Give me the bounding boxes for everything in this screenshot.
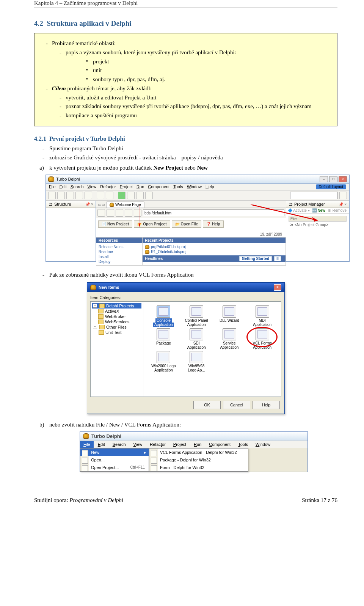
toolbar-icon[interactable] bbox=[136, 192, 144, 199]
tree-node[interactable]: ActiveX bbox=[92, 309, 141, 314]
search-icon[interactable] bbox=[339, 192, 347, 199]
menu-view[interactable]: View bbox=[88, 184, 97, 189]
close-icon[interactable]: × bbox=[339, 176, 347, 182]
toolbar-icon[interactable] bbox=[57, 192, 65, 199]
toolbar-icon[interactable] bbox=[106, 192, 113, 199]
menu-file[interactable]: File bbox=[80, 441, 94, 448]
toolbar-icon[interactable] bbox=[48, 192, 56, 199]
menu-edit[interactable]: Edit bbox=[94, 441, 108, 448]
menu-window[interactable]: Window bbox=[252, 441, 274, 448]
pm-remove[interactable]: 🗑 Remove bbox=[328, 208, 347, 212]
toolbar-icon[interactable] bbox=[97, 192, 104, 199]
item-win9598-logo-app[interactable]: Win95/98Logo Ap... bbox=[180, 351, 213, 372]
layout-selector[interactable]: Default Layout bbox=[316, 184, 347, 189]
menu-file[interactable]: File bbox=[49, 184, 56, 189]
ide-toolbar bbox=[46, 190, 349, 201]
ide-menubar[interactable]: File Edit Search View Refactor Project R… bbox=[46, 184, 349, 190]
link[interactable]: Deploy bbox=[99, 259, 140, 264]
stop-icon[interactable] bbox=[116, 209, 123, 217]
control-icon[interactable]: ⏸ bbox=[274, 256, 281, 261]
new-project-button[interactable]: 📄 New Project bbox=[98, 220, 132, 228]
menu-window[interactable]: Window bbox=[187, 184, 202, 189]
menu-refactor[interactable]: Refactor bbox=[100, 184, 116, 189]
item-package[interactable]: Package bbox=[147, 328, 180, 349]
item-service-app[interactable]: ServiceApplication bbox=[213, 328, 246, 349]
forward-icon[interactable] bbox=[107, 209, 114, 217]
menu-item-open[interactable]: Open... bbox=[80, 456, 149, 464]
delphi-logo-icon bbox=[48, 176, 54, 182]
item-win2000-logo-app[interactable]: Win2000 LogoApplication bbox=[147, 351, 180, 372]
open-project-button[interactable]: 📂 Open Project bbox=[134, 220, 170, 228]
menu-edit[interactable]: Edit bbox=[60, 184, 67, 189]
menubar[interactable]: File Edit Search View Refactor Project R… bbox=[80, 441, 308, 448]
menu-view[interactable]: View bbox=[130, 441, 146, 448]
category-tree[interactable]: −Delphi Projects ActiveX WebBroker WebSe… bbox=[91, 302, 143, 397]
item-vcl-forms-app[interactable]: VCL FormsApplication bbox=[246, 328, 279, 349]
menu-component[interactable]: Component bbox=[206, 441, 234, 448]
pm-new-button[interactable]: 🆕 New bbox=[312, 208, 325, 212]
menu-project[interactable]: Project bbox=[170, 441, 190, 448]
menu-refactor[interactable]: Refactor bbox=[146, 441, 169, 448]
tree-node[interactable]: WebServices bbox=[92, 319, 141, 324]
menu-search[interactable]: Search bbox=[71, 184, 84, 189]
close-icon[interactable]: × bbox=[274, 284, 281, 291]
help-button[interactable]: Help bbox=[253, 401, 280, 409]
help-button[interactable]: ❓ Help bbox=[203, 220, 224, 228]
list-item-a: k vytvoření projektu je možno použít tla… bbox=[49, 164, 337, 172]
pause-icon[interactable] bbox=[127, 192, 135, 199]
pm-project-group[interactable]: 🗂<No Project Group> bbox=[289, 222, 347, 228]
link[interactable]: Release Notes bbox=[99, 244, 140, 249]
welcome-toolbar: 📄 New Project 📂 Open Project 📂 Open File… bbox=[96, 218, 286, 228]
menu-item-vcl-forms-app[interactable]: VCL Forms Application - Delphi for Win32 bbox=[149, 449, 248, 456]
item-control-panel-app[interactable]: Control PanelApplication bbox=[180, 305, 213, 327]
run-icon[interactable] bbox=[118, 192, 126, 199]
tree-node[interactable]: +Other Files bbox=[92, 324, 141, 330]
tab-welcome[interactable]: Welcome Page bbox=[106, 201, 144, 208]
menu-run[interactable]: Run bbox=[190, 441, 205, 448]
menu-component[interactable]: Component bbox=[148, 184, 169, 189]
toolbar-icon[interactable] bbox=[66, 192, 74, 199]
menu-search[interactable]: Search bbox=[109, 441, 129, 448]
maximize-icon[interactable]: □ bbox=[329, 176, 337, 182]
home-icon[interactable] bbox=[134, 209, 141, 217]
highlight-box: Probírané tematické oblasti: popis a výz… bbox=[34, 33, 337, 126]
tree-node[interactable]: −Delphi Projects bbox=[92, 303, 141, 309]
link[interactable]: Readme bbox=[99, 249, 140, 254]
link[interactable]: prgPriklad01.bdsproj bbox=[145, 244, 283, 249]
menu-project[interactable]: Project bbox=[120, 184, 133, 189]
address-input[interactable] bbox=[143, 209, 284, 216]
menu-run[interactable]: Run bbox=[136, 184, 144, 189]
menu-tools[interactable]: Tools bbox=[173, 184, 183, 189]
back-icon[interactable] bbox=[97, 209, 105, 217]
page-footer: Studijní opora: Programování v Delphi St… bbox=[0, 495, 364, 508]
item-mdi-app[interactable]: MDIApplication bbox=[246, 305, 279, 327]
toolbar-icon[interactable] bbox=[145, 192, 153, 199]
pin-icon[interactable]: 📌 × bbox=[85, 202, 93, 206]
open-file-button[interactable]: 📂 Open File bbox=[172, 220, 202, 228]
item-sdi-app[interactable]: SDIApplication bbox=[180, 328, 213, 349]
item-console-app[interactable]: ConsoleApplication bbox=[147, 305, 180, 327]
cancel-button[interactable]: Cancel bbox=[223, 401, 250, 409]
ok-button[interactable]: OK bbox=[193, 401, 221, 409]
toolbar-icon[interactable] bbox=[75, 192, 83, 199]
search-input[interactable] bbox=[290, 192, 338, 199]
menu-tools[interactable]: Tools bbox=[235, 441, 251, 448]
tree-node[interactable]: WebBroker bbox=[92, 314, 141, 319]
minimize-icon[interactable]: – bbox=[320, 176, 328, 182]
menu-help[interactable]: Help bbox=[206, 184, 214, 189]
toolbar-icon[interactable] bbox=[85, 192, 92, 199]
link[interactable]: R1_Obdelnik.bdsproj bbox=[145, 249, 283, 254]
menu-item-package[interactable]: Package - Delphi for Win32 bbox=[149, 456, 248, 464]
menu-item-new[interactable]: New▸ bbox=[80, 449, 149, 456]
pin-icon[interactable]: 📌 × bbox=[339, 202, 347, 206]
item-dll-wizard[interactable]: DLL Wizard bbox=[213, 305, 246, 327]
recent-header: Recent Projects bbox=[143, 238, 286, 243]
refresh-icon[interactable] bbox=[125, 209, 132, 217]
tree-node[interactable]: Unit Test bbox=[92, 330, 141, 335]
menu-item-form[interactable]: Form - Delphi for Win32 bbox=[149, 464, 248, 471]
link[interactable]: Install bbox=[99, 254, 140, 259]
getting-started-button[interactable]: Getting Started bbox=[239, 256, 272, 261]
dialog-label: Item Categories: bbox=[90, 295, 281, 300]
menu-item-open-project[interactable]: Open Project...Ctrl+F11 bbox=[80, 464, 149, 471]
pm-activate[interactable]: 🔷 Activate ▾ bbox=[288, 208, 310, 212]
